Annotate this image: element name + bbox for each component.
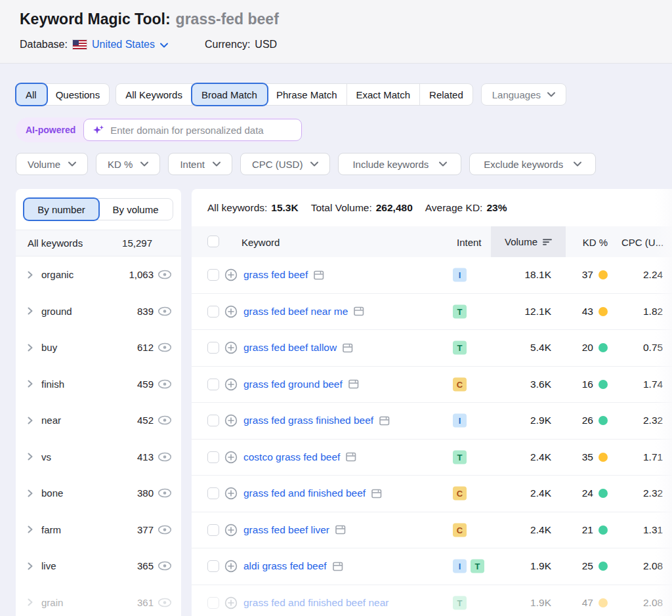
intent-filter[interactable]: Intent — [168, 153, 232, 175]
keyword-group-item[interactable]: buy612 — [16, 329, 181, 366]
add-to-list-icon[interactable] — [224, 268, 238, 281]
keyword-link[interactable]: grass fed beef — [243, 269, 308, 281]
keyword-group-item[interactable]: finish459 — [16, 366, 181, 403]
row-checkbox[interactable] — [207, 415, 219, 426]
add-to-list-icon[interactable] — [224, 524, 238, 537]
serp-icon[interactable] — [333, 562, 343, 571]
add-to-list-icon[interactable] — [224, 487, 238, 500]
keyword-link[interactable]: aldi grass fed beef — [243, 560, 327, 572]
include-keywords-filter[interactable]: Include keywords — [338, 153, 461, 175]
column-volume[interactable]: Volume — [491, 226, 566, 257]
chevron-right-icon[interactable] — [28, 453, 33, 461]
keyword-link[interactable]: grass fed beef tallow — [243, 342, 337, 354]
exclude-keywords-filter[interactable]: Exclude keywords — [469, 153, 596, 175]
domain-input[interactable] — [110, 125, 293, 136]
serp-icon[interactable] — [346, 452, 356, 462]
chevron-right-icon[interactable] — [28, 489, 33, 497]
row-checkbox[interactable] — [207, 306, 219, 318]
keyword-group-item[interactable]: bone380 — [16, 475, 181, 512]
eye-icon[interactable] — [158, 415, 172, 425]
serp-icon[interactable] — [354, 306, 364, 316]
toggle-by-number[interactable]: By number — [24, 199, 98, 220]
keyword-link[interactable]: grass fed and finished beef — [243, 487, 366, 499]
column-cpc[interactable]: CPC (U... — [621, 236, 663, 247]
kd-dot — [598, 343, 608, 352]
tab-all[interactable]: All — [16, 84, 47, 105]
tab-phrase-match[interactable]: Phrase Match — [267, 84, 347, 105]
add-to-list-icon[interactable] — [224, 341, 238, 354]
eye-icon[interactable] — [158, 270, 172, 279]
serp-icon[interactable] — [343, 343, 353, 353]
row-checkbox[interactable] — [207, 269, 219, 281]
volume-filter[interactable]: Volume — [16, 153, 88, 175]
keyword-group-item[interactable]: near452 — [16, 402, 181, 439]
add-to-list-icon[interactable] — [224, 305, 238, 318]
chevron-right-icon[interactable] — [28, 562, 33, 570]
cpc-filter[interactable]: CPC (USD) — [240, 153, 331, 175]
serp-icon[interactable] — [379, 416, 390, 426]
eye-icon[interactable] — [158, 488, 172, 498]
row-checkbox[interactable] — [207, 597, 219, 609]
keyword-link[interactable]: costco grass fed beef — [243, 451, 340, 463]
group-label: live — [41, 560, 56, 571]
add-to-list-icon[interactable] — [224, 414, 238, 427]
eye-icon[interactable] — [158, 379, 172, 389]
toggle-by-volume[interactable]: By volume — [98, 199, 173, 220]
row-checkbox[interactable] — [207, 342, 219, 354]
all-keywords-row[interactable]: All keywords 15,297 — [16, 230, 181, 257]
eye-icon[interactable] — [158, 525, 172, 535]
row-checkbox[interactable] — [207, 524, 219, 536]
tab-questions[interactable]: Questions — [47, 84, 110, 105]
languages-dropdown[interactable]: Languages — [481, 83, 566, 106]
serp-icon[interactable] — [335, 525, 346, 535]
database-selector[interactable]: United States — [92, 39, 155, 51]
serp-icon[interactable] — [348, 379, 359, 389]
column-kd[interactable]: KD % — [566, 236, 608, 247]
tab-exact-match[interactable]: Exact Match — [347, 84, 421, 105]
kd-filter[interactable]: KD % — [96, 153, 160, 175]
chevron-right-icon[interactable] — [28, 307, 33, 315]
group-count: 365 — [137, 560, 154, 571]
row-checkbox[interactable] — [207, 379, 219, 390]
select-all-checkbox[interactable] — [207, 236, 219, 247]
tab-broad-match[interactable]: Broad Match — [192, 84, 267, 105]
eye-icon[interactable] — [158, 306, 172, 316]
add-to-list-icon[interactable] — [224, 596, 238, 609]
column-intent[interactable]: Intent — [457, 236, 482, 247]
eye-icon[interactable] — [158, 452, 172, 462]
eye-icon[interactable] — [158, 598, 172, 607]
chevron-right-icon[interactable] — [28, 271, 33, 279]
chevron-right-icon[interactable] — [28, 344, 33, 352]
keyword-group-item[interactable]: grain361 — [16, 585, 181, 616]
summary-average-kd: Average KD:23% — [425, 202, 507, 214]
keyword-link[interactable]: grass fed beef liver — [243, 524, 329, 536]
keyword-group-item[interactable]: vs413 — [16, 439, 181, 476]
row-checkbox[interactable] — [207, 451, 219, 463]
keyword-group-item[interactable]: organic1,063 — [16, 257, 181, 293]
add-to-list-icon[interactable] — [224, 560, 238, 573]
eye-icon[interactable] — [158, 561, 172, 571]
tab-all-keywords[interactable]: All Keywords — [116, 84, 192, 105]
keyword-group-item[interactable]: ground839 — [16, 293, 181, 330]
column-keyword[interactable]: Keyword — [242, 236, 280, 247]
row-checkbox[interactable] — [207, 487, 219, 499]
add-to-list-icon[interactable] — [224, 378, 238, 391]
add-to-list-icon[interactable] — [224, 451, 238, 464]
tab-related[interactable]: Related — [420, 84, 472, 105]
keyword-link[interactable]: grass fed and finished beef near — [243, 597, 388, 609]
chevron-right-icon[interactable] — [28, 525, 33, 533]
keyword-group-item[interactable]: farm377 — [16, 512, 181, 548]
us-flag-icon — [73, 40, 87, 49]
chevron-right-icon[interactable] — [28, 417, 33, 424]
serp-icon[interactable] — [314, 270, 324, 280]
keyword-link[interactable]: grass fed beef near me — [243, 306, 348, 318]
chevron-right-icon[interactable] — [28, 598, 33, 606]
keyword-link[interactable]: grass fed ground beef — [243, 379, 343, 390]
keyword-link[interactable]: grass fed grass finished beef — [243, 415, 373, 426]
keyword-group-item[interactable]: live365 — [16, 548, 181, 585]
chevron-right-icon[interactable] — [28, 380, 33, 388]
chevron-down-icon[interactable] — [160, 43, 168, 48]
eye-icon[interactable] — [158, 342, 172, 352]
serp-icon[interactable] — [371, 489, 382, 499]
row-checkbox[interactable] — [207, 560, 219, 572]
